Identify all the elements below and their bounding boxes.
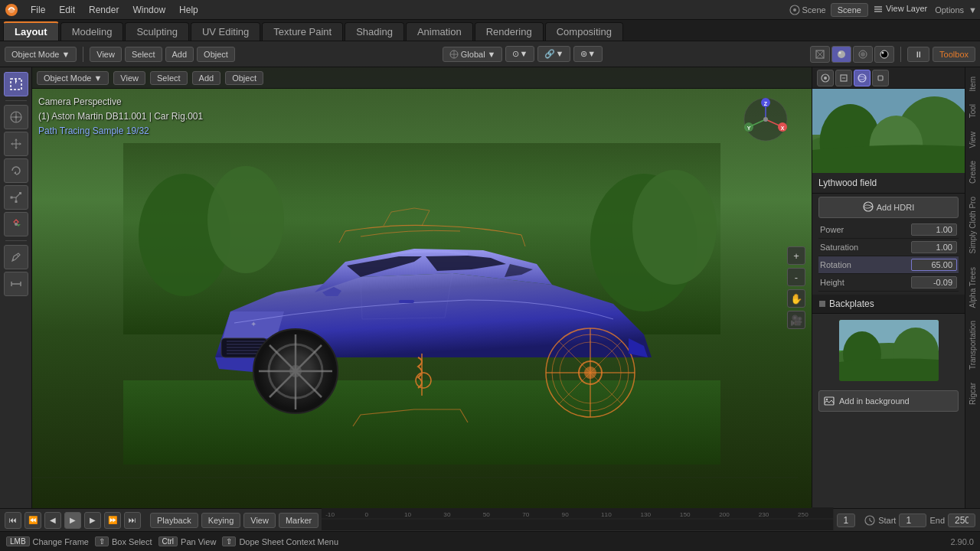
rotation-input[interactable] [911, 259, 957, 271]
sidebar-tab-simply-cloth[interactable]: Simply Cloth Pro [967, 191, 978, 259]
proportional-edit-btn[interactable]: ⊚▼ [573, 46, 603, 62]
menu-edit[interactable]: Edit [53, 3, 81, 17]
select-box-tool[interactable] [4, 72, 28, 96]
svg-text:90: 90 [562, 511, 570, 518]
options-label[interactable]: Options [935, 5, 964, 15]
scale-tool[interactable] [4, 185, 28, 210]
hdri-thumb-overlay [812, 89, 965, 173]
tab-compositing[interactable]: Compositing [545, 22, 623, 41]
saturation-input[interactable] [911, 241, 957, 253]
marker-menu[interactable]: Marker [279, 513, 318, 528]
rp-icon-row [817, 70, 889, 86]
rotation-field: Rotation [818, 256, 959, 274]
camera-icon[interactable]: 🎥 [787, 311, 805, 329]
tab-modeling[interactable]: Modeling [60, 22, 124, 41]
current-frame-display[interactable]: 1 [837, 514, 856, 527]
add-background-button[interactable]: Add in background [818, 390, 959, 412]
pause-btn[interactable]: ⏸ [907, 47, 929, 62]
transform-orient[interactable]: Global ▼ [443, 47, 503, 62]
height-input[interactable] [911, 276, 957, 289]
add-menu[interactable]: Add [165, 47, 194, 62]
tab-uv-editing[interactable]: UV Editing [191, 22, 260, 41]
menu-render[interactable]: Render [83, 3, 125, 17]
sidebar-tab-create[interactable]: Create [967, 155, 978, 190]
material-preview-btn[interactable] [853, 46, 873, 63]
jump-end-btn[interactable]: ⏭ [124, 512, 141, 529]
backplates-section-header[interactable]: Backplates [812, 295, 965, 314]
sidebar-tab-item[interactable]: Item [967, 70, 978, 97]
tab-rendering[interactable]: Rendering [475, 22, 544, 41]
play-btn[interactable]: ▶ [64, 512, 81, 529]
pan-icon[interactable]: ✋ [787, 289, 805, 308]
tab-layout[interactable]: Layout [3, 21, 59, 41]
start-frame-input[interactable] [899, 514, 926, 527]
rotate-tool[interactable] [4, 158, 28, 183]
sidebar-tab-alpha-trees[interactable]: Alpha Trees [967, 261, 978, 314]
cursor-tool[interactable] [4, 105, 28, 129]
menu-help[interactable]: Help [173, 3, 204, 17]
context-menu-desc: Dope Sheet Context Menu [239, 537, 338, 546]
measure-tool[interactable] [4, 272, 28, 296]
navigation-gizmo[interactable]: Z X Y [743, 96, 789, 142]
sidebar-tab-rigcar[interactable]: Rigcar [967, 377, 978, 411]
annotate-icon [9, 250, 23, 264]
saturation-field: Saturation [818, 239, 959, 256]
viewport[interactable]: Object Mode ▼ View Select Add Object Cam… [32, 67, 812, 508]
object-menu[interactable]: Object [197, 47, 235, 62]
tab-sculpting[interactable]: Sculpting [125, 22, 188, 41]
prev-frame-btn[interactable]: ◀ [44, 512, 61, 529]
menu-file[interactable]: File [24, 3, 51, 17]
object-mode-selector[interactable]: Object Mode ▼ [5, 47, 77, 62]
end-frame-input[interactable] [948, 514, 975, 527]
wireframe-btn[interactable] [810, 46, 830, 63]
menu-window[interactable]: Window [126, 3, 172, 17]
toolbox-btn[interactable]: Toolbox [933, 47, 975, 62]
rp-object-props-btn[interactable] [872, 70, 889, 86]
svg-rect-5 [874, 11, 882, 12]
prev-keyframe-btn[interactable]: ⏪ [24, 512, 41, 529]
tab-animation[interactable]: Animation [406, 22, 473, 41]
svg-point-3 [793, 8, 796, 11]
zoom-in-icon[interactable]: + [787, 246, 805, 265]
solid-shading-btn[interactable] [831, 46, 851, 63]
svg-rect-30 [15, 201, 17, 203]
snap-btn[interactable]: 🔗▼ [537, 46, 570, 62]
tab-shading[interactable]: Shading [345, 22, 404, 41]
next-keyframe-btn[interactable]: ⏩ [104, 512, 121, 529]
sidebar-tab-view[interactable]: View [967, 126, 978, 155]
view-menu[interactable]: View [90, 47, 122, 62]
world-icon [858, 73, 867, 83]
vp-add[interactable]: Add [192, 71, 221, 85]
vp-object[interactable]: Object [225, 71, 263, 85]
sidebar-tab-tool[interactable]: Tool [967, 98, 978, 124]
wireframe-icon [815, 49, 825, 60]
vp-select[interactable]: Select [150, 71, 188, 85]
sidebar-tab-transportation[interactable]: Transportation [967, 315, 978, 376]
keying-menu[interactable]: Keying [201, 513, 241, 528]
rp-world-props-btn[interactable] [854, 70, 871, 86]
render-preview-btn[interactable] [874, 46, 894, 63]
view-menu-timeline[interactable]: View [243, 513, 276, 528]
move-tool[interactable] [4, 132, 28, 156]
transform-tool[interactable] [4, 212, 28, 236]
separator-2 [900, 47, 901, 62]
rp-render-props-btn[interactable] [817, 70, 834, 86]
vp-view[interactable]: View [113, 71, 145, 85]
tab-texture-paint[interactable]: Texture Paint [262, 22, 343, 41]
vp-object-mode[interactable]: Object Mode ▼ [37, 71, 109, 85]
annotate-tool[interactable] [4, 245, 28, 269]
add-hdri-button[interactable]: Add HDRI [818, 197, 959, 218]
rp-output-props-btn[interactable] [835, 70, 852, 86]
power-input[interactable] [911, 223, 957, 236]
backplate-thumb-svg [839, 320, 939, 381]
timeline-ruler-svg: -10 0 10 30 50 70 90 110 130 150 200 230… [322, 507, 833, 530]
select-menu[interactable]: Select [125, 47, 162, 62]
zoom-out-icon[interactable]: - [787, 268, 805, 286]
status-pan-view: Ctrl Pan View [158, 536, 217, 546]
svg-text:150: 150 [680, 511, 691, 518]
pivot-btn[interactable]: ⊙▼ [505, 46, 534, 62]
jump-start-btn[interactable]: ⏮ [5, 512, 21, 529]
playback-menu[interactable]: Playback [150, 513, 198, 528]
next-frame-btn[interactable]: ▶ [84, 512, 101, 529]
scene-name[interactable]: Scene [831, 3, 868, 17]
